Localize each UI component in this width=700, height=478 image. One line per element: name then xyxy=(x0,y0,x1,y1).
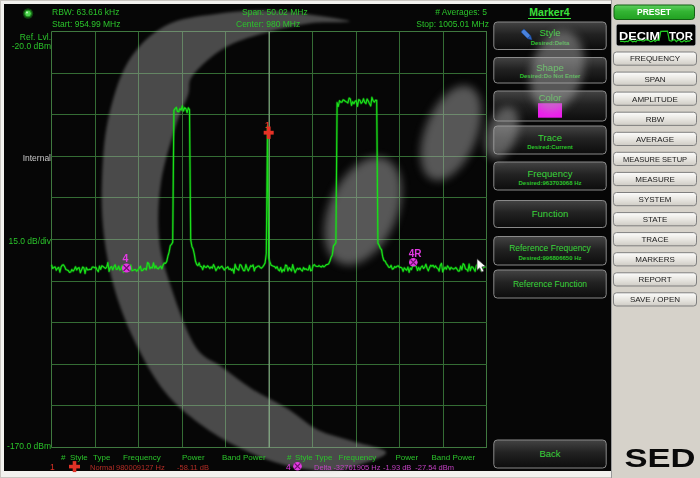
svg-text:Style: Style xyxy=(70,453,88,462)
svg-text:Internal: Internal xyxy=(23,153,51,163)
svg-text:Normal: Normal xyxy=(90,463,115,472)
svg-text:RBW: 63.616 kHz: RBW: 63.616 kHz xyxy=(52,7,119,17)
svg-text:MEASURE SETUP: MEASURE SETUP xyxy=(623,155,687,164)
svg-text:TRACE: TRACE xyxy=(641,235,668,244)
svg-text:#: # xyxy=(61,453,66,462)
svg-text:MARKERS: MARKERS xyxy=(635,255,675,264)
svg-text:Back: Back xyxy=(539,448,560,459)
svg-text:Reference Frequency: Reference Frequency xyxy=(509,243,591,253)
svg-text:Delta: Delta xyxy=(314,463,332,472)
svg-text:Type: Type xyxy=(315,453,333,462)
svg-text:-20.0 dBm: -20.0 dBm xyxy=(12,41,51,51)
svg-text:-32761905 Hz: -32761905 Hz xyxy=(333,463,380,472)
svg-text:Stop: 1005.01 MHz: Stop: 1005.01 MHz xyxy=(416,19,489,29)
svg-text:Band Power: Band Power xyxy=(222,453,266,462)
svg-text:SPAN: SPAN xyxy=(644,75,665,84)
svg-text:REPORT: REPORT xyxy=(638,275,671,284)
svg-text:Reference Function: Reference Function xyxy=(513,279,587,289)
svg-text:SED: SED xyxy=(625,443,696,473)
svg-text:MEASURE: MEASURE xyxy=(635,175,675,184)
svg-text:1: 1 xyxy=(50,462,55,472)
svg-text:Desired:Current: Desired:Current xyxy=(527,144,573,150)
svg-text:980009127 Hz: 980009127 Hz xyxy=(116,463,165,472)
svg-text:Power: Power xyxy=(396,453,419,462)
svg-text:AVERAGE: AVERAGE xyxy=(636,135,674,144)
svg-text:Frequency: Frequency xyxy=(528,168,573,179)
svg-text:# Averages: 5: # Averages: 5 xyxy=(435,7,487,17)
svg-text:-170.0 dBm: -170.0 dBm xyxy=(7,441,51,451)
svg-text:4: 4 xyxy=(122,252,128,264)
svg-text:Start: 954.99 MHz: Start: 954.99 MHz xyxy=(52,19,121,29)
svg-text:4: 4 xyxy=(286,462,291,472)
svg-text:PRESET: PRESET xyxy=(637,7,672,17)
svg-text:Power: Power xyxy=(182,453,205,462)
svg-text:Span: 50.02 MHz: Span: 50.02 MHz xyxy=(242,7,308,17)
svg-text:Band Power: Band Power xyxy=(432,453,476,462)
svg-text:Style: Style xyxy=(295,453,313,462)
svg-text:Trace: Trace xyxy=(538,132,562,143)
svg-text:STATE: STATE xyxy=(643,215,668,224)
svg-text:Frequency: Frequency xyxy=(339,453,377,462)
svg-text:-27.54 dBm: -27.54 dBm xyxy=(415,463,454,472)
svg-text:Frequency: Frequency xyxy=(123,453,161,462)
svg-text:Center: 980 MHz: Center: 980 MHz xyxy=(236,19,300,29)
svg-text:4R: 4R xyxy=(409,248,423,259)
svg-text:FREQUENCY: FREQUENCY xyxy=(630,54,681,63)
svg-text:-1.93 dB: -1.93 dB xyxy=(383,463,411,472)
svg-text:Desired:996806650 Hz: Desired:996806650 Hz xyxy=(518,255,581,261)
svg-text:-58.11 dB: -58.11 dB xyxy=(177,463,209,472)
svg-text:15.0 dB/div: 15.0 dB/div xyxy=(8,236,51,246)
svg-text:RBW: RBW xyxy=(646,115,665,124)
svg-text:Desired:963703068 Hz: Desired:963703068 Hz xyxy=(518,180,581,186)
svg-text:Type: Type xyxy=(93,453,111,462)
svg-text:SYSTEM: SYSTEM xyxy=(639,195,672,204)
svg-text:AMPLITUDE: AMPLITUDE xyxy=(632,95,678,104)
svg-text:Marker4: Marker4 xyxy=(529,6,569,18)
svg-text:Function: Function xyxy=(532,208,568,219)
svg-text:SAVE / OPEN: SAVE / OPEN xyxy=(630,295,680,304)
